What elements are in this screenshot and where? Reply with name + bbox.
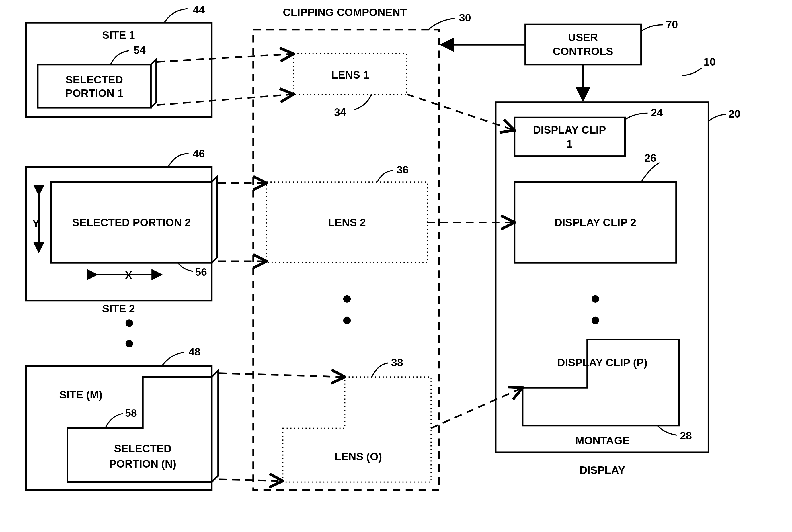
diagram-canvas: SITE 1 44 SELECTED PORTION 1 54 SITE 2 4… [0,0,792,506]
selected-portion-n-l2: PORTION (N) [109,458,176,470]
ref-54: 54 [134,44,146,56]
arrow-sitem-top [219,373,345,377]
site-2-title: SITE 2 [102,303,135,315]
display-label: DISPLAY [580,464,625,476]
site-m: 48 SITE (M) SELECTED PORTION (N) 58 [26,346,218,490]
dot [591,295,599,303]
site-m-title: SITE (M) [59,389,102,401]
user-controls-l1: USER [568,31,598,43]
dot [343,295,351,303]
clipping-title: CLIPPING COMPONENT [283,6,407,18]
lens-2-label: LENS 2 [328,216,366,228]
ref-46: 46 [193,148,205,160]
selected-portion-1 [38,64,151,108]
site-1-title: SITE 1 [102,29,135,41]
ref-56: 56 [195,266,207,278]
selected-portion-2-label: SELECTED PORTION 2 [72,216,191,228]
selected-portion-1-label-2: PORTION 1 [65,87,123,99]
user-controls [525,24,641,65]
axis-y: Y [32,217,40,230]
user-controls-l2: CONTROLS [553,45,614,57]
display-clip-1 [514,117,625,156]
ref-70: 70 [666,18,678,31]
lens-o [283,377,431,482]
ref-38: 38 [391,357,403,368]
site-2: SITE 2 46 SELECTED PORTION 2 Y X 56 [26,148,217,315]
dot [126,319,133,327]
ref-48: 48 [189,346,201,358]
display-clip-2-label: DISPLAY CLIP 2 [554,216,636,228]
display-clip-p-label: DISPLAY CLIP (P) [557,357,647,368]
dot [126,340,133,347]
ref-44: 44 [193,4,205,16]
selected-portion-n-l1: SELECTED [114,442,171,455]
ref-28: 28 [680,430,692,442]
ref-58: 58 [125,407,137,419]
lens-1-label: LENS 1 [332,69,369,81]
dot [343,317,351,324]
display-clip-1-l2: 1 [567,138,573,150]
dot [591,317,599,324]
axis-x: X [125,269,132,281]
ref-26: 26 [644,152,656,164]
ref-36: 36 [397,164,409,176]
lens-o-label: LENS (O) [335,451,382,463]
selected-portion-1-label-1: SELECTED [66,74,123,86]
display-clip-1-l1: DISPLAY CLIP [533,124,606,136]
arrow-sitem-bot [219,479,283,481]
ref-10: 10 [704,56,716,68]
ref-30: 30 [459,12,471,24]
ref-34: 34 [334,106,346,118]
ref-20: 20 [728,108,740,120]
montage-label: MONTAGE [575,435,629,446]
ref-24: 24 [651,107,663,119]
